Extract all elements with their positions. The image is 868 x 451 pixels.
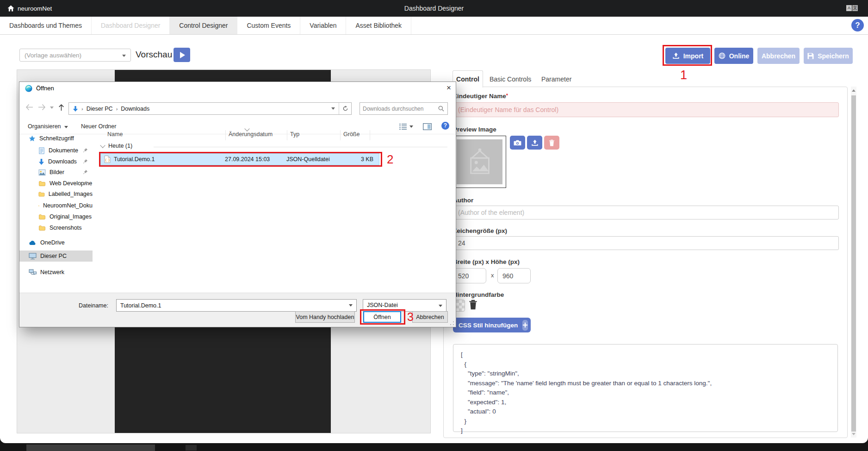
size-label: Breite (px) x Höhe (px) [453, 258, 520, 265]
group-divider [154, 147, 447, 147]
camera-icon [514, 139, 521, 146]
column-header-type[interactable]: Typ [290, 131, 299, 138]
charsize-input[interactable] [453, 236, 839, 250]
panel-scrollbar[interactable] [851, 87, 856, 438]
nav-dropdown-caret[interactable] [50, 106, 54, 109]
tab-variablen[interactable]: Variablen [300, 17, 346, 34]
downloads-folder-icon [73, 106, 78, 112]
sidebar-item-quick-access[interactable]: Schnellzugriff [19, 133, 93, 144]
filename-caret-icon[interactable] [349, 304, 353, 307]
scrollbar-thumb[interactable] [851, 95, 856, 432]
taskbar-segment [26, 445, 155, 451]
upload-image-button[interactable] [527, 136, 542, 150]
sidebar-item-onedrive[interactable]: OneDrive [19, 237, 93, 248]
group-header[interactable]: Heute (1) [101, 143, 132, 149]
preview-play-button[interactable] [174, 48, 190, 62]
dialog-cancel-button[interactable]: Abbrechen [412, 311, 448, 323]
address-caret-icon[interactable] [331, 107, 335, 110]
sidebar-item-neuroomnet-doku[interactable]: NeuroomNet_Doku [19, 200, 93, 211]
main-tabbar: Dashboards und Themes Dashboard Designer… [0, 17, 868, 35]
nav-back-icon[interactable] [25, 104, 33, 111]
tab-parameter[interactable]: Parameter [541, 75, 571, 83]
delete-image-button[interactable] [544, 136, 559, 150]
group-label: Heute (1) [108, 143, 132, 149]
chevron-down-icon [122, 55, 126, 57]
css-style-add-button[interactable]: CSS Stil hinzufügen [453, 318, 531, 332]
pin-icon [83, 181, 88, 186]
view-caret-icon[interactable] [409, 125, 413, 128]
annotation-step-1: 1 [680, 68, 687, 82]
help-button[interactable]: ? [851, 19, 864, 31]
scroll-up-icon[interactable] [852, 89, 856, 92]
tab-dashboards-und-themes[interactable]: Dashboards und Themes [0, 17, 92, 34]
tab-basic-controls[interactable]: Basic Controls [490, 75, 531, 83]
sidebar-item-labelled-images[interactable]: Labelled_Images [19, 188, 93, 200]
search-box[interactable] [360, 102, 448, 115]
home-icon [7, 5, 14, 12]
size-separator: x [491, 272, 494, 279]
breadcrumb-this-pc[interactable]: Dieser PC [87, 106, 113, 112]
template-select-placeholder: (Vorlage auswählen) [25, 52, 81, 59]
search-input[interactable] [360, 106, 438, 112]
play-icon [180, 52, 185, 58]
column-header-date[interactable]: Änderungsdatum [229, 131, 273, 138]
online-button[interactable]: Online [714, 48, 753, 64]
sidebar-item-screenshots[interactable]: Screenshots [19, 222, 93, 233]
new-folder-button[interactable]: Neuer Ordner [81, 123, 116, 130]
filename-input[interactable] [116, 299, 357, 312]
sidebar-item-this-pc[interactable]: Dieser PC [19, 251, 93, 262]
sidebar-item-bilder[interactable]: Bilder [19, 167, 93, 178]
star-icon [29, 135, 36, 142]
folder-icon [38, 181, 46, 187]
scroll-down-icon[interactable] [852, 433, 856, 435]
sidebar-item-downloads[interactable]: Downloads [19, 156, 93, 167]
tab-dashboard-designer: Dashboard Designer [92, 17, 170, 34]
author-input[interactable] [453, 206, 839, 219]
camera-button[interactable] [510, 136, 525, 150]
dialog-help-button[interactable]: ? [441, 122, 449, 130]
topbar: neuroomNet Dashboard Designer A 文 [0, 0, 868, 17]
phone-upload-button[interactable]: Vom Handy hochladen [295, 311, 355, 323]
dialog-title: Öffnen [36, 85, 54, 92]
nav-forward-icon[interactable] [38, 104, 46, 111]
chevron-down-icon [64, 126, 68, 128]
resize-grip[interactable] [450, 321, 454, 326]
breadcrumb-separator: › [116, 106, 118, 112]
breadcrumb-separator: › [81, 106, 83, 112]
column-header-size[interactable]: Größe [343, 131, 360, 138]
tab-control-designer[interactable]: Control Designer [170, 17, 237, 34]
nav-up-icon[interactable] [58, 104, 64, 111]
template-select[interactable]: (Vorlage auswählen) [19, 49, 131, 62]
network-icon [29, 269, 37, 276]
tab-asset-bibliothek[interactable]: Asset Bibliothek [346, 17, 411, 34]
dialog-titlebar[interactable]: Öffnen × [19, 82, 456, 95]
sidebar-item-dokumente[interactable]: Dokumente [19, 145, 93, 156]
tab-control[interactable]: Control [453, 70, 483, 88]
dialog-close-button[interactable]: × [446, 83, 451, 93]
computer-icon [29, 253, 37, 260]
preview-pane-icon[interactable] [423, 123, 432, 130]
sidebar-item-network[interactable]: Netzwerk [19, 267, 93, 278]
breadcrumb-downloads[interactable]: Downloads [121, 106, 149, 112]
organize-button[interactable]: Organisieren [28, 123, 68, 130]
language-icon[interactable]: A 文 [846, 5, 858, 11]
pin-icon [83, 159, 88, 164]
address-bar[interactable]: › Dieser PC › Downloads [68, 102, 352, 115]
json-error-box[interactable]: [ { "type": "stringMin", "message": "The… [453, 344, 838, 432]
column-header-name[interactable]: Name [107, 131, 123, 138]
annotation-step-2: 2 [387, 152, 393, 167]
cloud-icon [29, 240, 37, 245]
charsize-label: Zeichengröße (px) [453, 227, 507, 234]
tab-custom-events[interactable]: Custom Events [237, 17, 300, 34]
folder-icon [38, 203, 39, 209]
brand[interactable]: neuroomNet [7, 5, 52, 12]
unique-name-input[interactable] [453, 102, 839, 117]
refresh-button[interactable] [339, 106, 351, 112]
save-button: Speichern [804, 48, 853, 64]
sidebar-item-web-developme[interactable]: Web Developme [19, 178, 93, 189]
bgcolor-delete-icon[interactable] [469, 300, 477, 310]
width-input[interactable] [453, 268, 486, 283]
height-input[interactable] [497, 268, 531, 283]
sidebar-item-original-images[interactable]: Original_Images [19, 211, 93, 222]
view-details-icon[interactable] [399, 123, 407, 130]
